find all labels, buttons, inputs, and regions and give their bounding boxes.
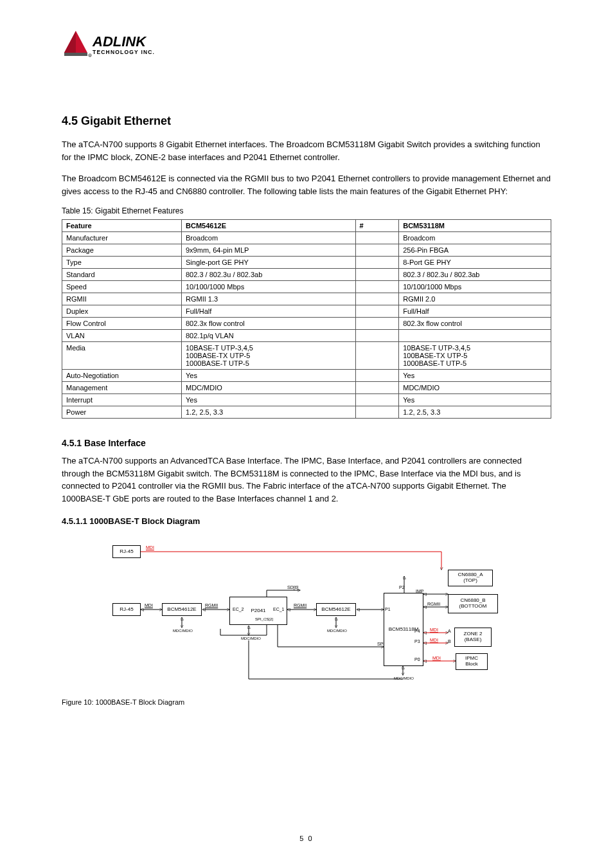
svg-text:R: R xyxy=(89,55,91,57)
box-phy1: BCM54612E xyxy=(162,603,202,616)
table-cell: MDC/MDIO xyxy=(182,382,356,394)
table-cell xyxy=(355,305,399,318)
table-cell: Media xyxy=(62,342,182,370)
box-rj45-top: RJ-45 xyxy=(112,545,141,558)
lbl-mdi-top: MDI xyxy=(146,545,154,550)
lbl-mdc-1: MDC/MDIO xyxy=(173,629,193,633)
table-cell: 802.3 / 802.3u / 802.3ab xyxy=(399,269,551,281)
lbl-mdc-3: MDC/MDIO xyxy=(327,629,347,633)
logo-brand: ADLINK xyxy=(92,33,147,50)
table-title: Table 15: Gigabit Ethernet Features xyxy=(62,206,551,215)
lbl-p0: P0 xyxy=(414,657,420,662)
table-row: InterruptYesYes xyxy=(62,394,551,406)
lbl-A: A xyxy=(448,629,451,633)
table-row: Standard802.3 / 802.3u / 802.3ab802.3 / … xyxy=(62,269,551,281)
table-cell: 10/100/1000 Mbps xyxy=(399,281,551,293)
table-cell: 1.2, 2.5, 3.3 xyxy=(182,406,356,419)
table-row: Package9x9mm, 64-pin MLP256-Pin FBGA xyxy=(62,244,551,257)
lbl-sd: SD[6] xyxy=(287,585,299,590)
subsection-title: 4.5.1 Base Interface xyxy=(62,438,551,448)
table-row: RGMIIRGMII 1.3RGMII 2.0 xyxy=(62,293,551,305)
table-row: VLAN802.1p/q VLAN xyxy=(62,330,551,342)
table-cell xyxy=(355,293,399,305)
adlink-logo: R ADLINK TECHNOLOGY INC. xyxy=(62,28,184,62)
lbl-B: B xyxy=(448,639,451,644)
table-cell xyxy=(355,394,399,406)
lbl-rgmii-1: RGMII xyxy=(205,603,218,608)
table-row: DuplexFull/HalfFull/Half xyxy=(62,305,551,318)
lbl-splcs: SPI_CS[2] xyxy=(255,617,273,621)
lbl-p1: P1 xyxy=(385,607,391,611)
table-row: ManufacturerBroadcomBroadcom xyxy=(62,232,551,244)
table-cell: 802.1p/q VLAN xyxy=(182,330,356,342)
table-row: TypeSingle-port GE PHY8-Port GE PHY xyxy=(62,257,551,269)
th-hash: # xyxy=(355,220,399,232)
table-cell: Yes xyxy=(399,394,551,406)
table-cell: Yes xyxy=(182,370,356,382)
lbl-p2: P2 xyxy=(399,585,405,590)
table-cell xyxy=(399,330,551,342)
lbl-imp: IMP xyxy=(416,589,423,593)
table-cell xyxy=(355,342,399,370)
table-cell: RGMII 1.3 xyxy=(182,293,356,305)
table-cell: 10BASE-T UTP-3,4,5 100BASE-TX UTP-5 1000… xyxy=(182,342,356,370)
table-cell: Full/Half xyxy=(182,305,356,318)
paragraph-1: The aTCA-N700 supports 8 Gigabit Etherne… xyxy=(62,138,551,163)
block-diagram: RJ-45 RJ-45 BCM54612E P2041 BCM54612E BC… xyxy=(101,539,512,693)
features-table: Feature BCM54612E # BCM53118M Manufactur… xyxy=(62,219,551,419)
paragraph-2: The Broadcom BCM54612E is connected via … xyxy=(62,172,551,197)
box-cn6880-b: CN6880_B (BOTTOOM xyxy=(448,594,498,613)
table-cell: Interrupt xyxy=(62,394,182,406)
table-row: Media10BASE-T UTP-3,4,5 100BASE-TX UTP-5… xyxy=(62,342,551,370)
page-number: 5 0 xyxy=(299,835,313,842)
th-feature: Feature xyxy=(62,220,182,232)
table-cell: 10/100/1000 Mbps xyxy=(182,281,356,293)
table-cell xyxy=(355,269,399,281)
svg-rect-0 xyxy=(64,53,87,56)
lbl-mdi-p0: MDI xyxy=(432,656,441,660)
table-cell: Auto-Negotiation xyxy=(62,370,182,382)
table-row: Flow Control802.3x flow control802.3x fl… xyxy=(62,318,551,330)
lbl-mdi-p3: MDI xyxy=(430,638,438,642)
lbl-rgmii-2: RGMII xyxy=(294,603,306,608)
figure-caption: Figure 10: 1000BASE-T Block Diagram xyxy=(62,698,551,706)
table-cell: Yes xyxy=(182,394,356,406)
box-phy2: BCM54612E xyxy=(316,603,356,616)
section-title: 4.5 Gigabit Ethernet xyxy=(62,114,551,128)
table-cell: 802.3 / 802.3u / 802.3ab xyxy=(182,269,356,281)
table-header-row: Feature BCM54612E # BCM53118M xyxy=(62,220,551,232)
lbl-mdc-4: MDC/MDIO xyxy=(394,676,414,680)
table-cell: 256-Pin FBGA xyxy=(399,244,551,257)
figure-wrap: RJ-45 RJ-45 BCM54612E P2041 BCM54612E BC… xyxy=(62,539,551,706)
box-ipmc: IPMC Block xyxy=(456,653,488,670)
table-cell: 802.3x flow control xyxy=(399,318,551,330)
table-cell: Duplex xyxy=(62,305,182,318)
table-cell xyxy=(355,370,399,382)
lbl-rgmii-3: RGMII xyxy=(427,602,440,606)
table-cell: Management xyxy=(62,382,182,394)
table-cell xyxy=(355,406,399,419)
lbl-p3: P3 xyxy=(414,639,420,644)
box-zone2: ZONE 2 (BASE) xyxy=(454,628,492,647)
table-cell xyxy=(355,330,399,342)
table-cell xyxy=(355,257,399,269)
lbl-p4: P4 xyxy=(414,629,420,633)
lbl-mdc-2: MDC/MDIO xyxy=(241,637,261,640)
th-sw: BCM53118M xyxy=(399,220,551,232)
lbl-ec1: EC_1 xyxy=(273,607,285,611)
table-row: Speed10/100/1000 Mbps10/100/1000 Mbps xyxy=(62,281,551,293)
table-cell: VLAN xyxy=(62,330,182,342)
subsubsection-title: 4.5.1.1 1000BASE-T Block Diagram xyxy=(62,516,551,526)
logo-sub: TECHNOLOGY INC. xyxy=(93,49,155,55)
table-cell xyxy=(355,382,399,394)
table-cell: Speed xyxy=(62,281,182,293)
lbl-spi: SPI xyxy=(377,642,384,646)
table-cell: Package xyxy=(62,244,182,257)
lbl-ec2: EC_2 xyxy=(233,607,244,611)
table-cell: 8-Port GE PHY xyxy=(399,257,551,269)
th-phy: BCM54612E xyxy=(182,220,356,232)
table-cell: Full/Half xyxy=(399,305,551,318)
table-row: Auto-NegotiationYesYes xyxy=(62,370,551,382)
table-cell: 10BASE-T UTP-3,4,5 100BASE-TX UTP-5 1000… xyxy=(399,342,551,370)
table-cell: 1.2, 2.5, 3.3 xyxy=(399,406,551,419)
